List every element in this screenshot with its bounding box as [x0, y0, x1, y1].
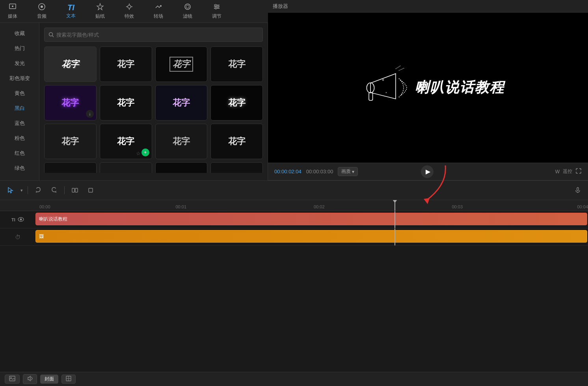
toolbar-filter[interactable]: 滤镜 — [179, 3, 196, 20]
ruler-mark-2: 00:02 — [314, 204, 325, 209]
toolbar-effects[interactable]: 特效 — [121, 3, 138, 20]
style-card-4[interactable]: 花字 — [210, 46, 263, 82]
content-panel: 花字 花字 花字 花字 花字 ↓ 花字 花字 花字 花字 花字 — [39, 23, 268, 180]
svg-point-9 — [185, 4, 190, 9]
playhead-track-2 — [394, 228, 395, 245]
category-hot[interactable]: 热门 — [0, 41, 39, 56]
toolbar-media[interactable]: 媒体 — [4, 3, 21, 20]
card-add-10[interactable]: + — [141, 148, 149, 156]
toolbar-transition[interactable]: 转场 — [150, 3, 167, 20]
style-card-6[interactable]: 花字 — [100, 85, 152, 121]
select-tool[interactable] — [5, 185, 16, 196]
fullscreen-icon — [575, 168, 582, 174]
filter-label: 滤镜 — [183, 13, 192, 20]
mic-btn[interactable] — [572, 185, 583, 196]
style-card-7[interactable]: 花字 — [155, 85, 208, 121]
time-current: 00:00:02:04 — [274, 169, 301, 174]
crop-icon — [87, 187, 94, 194]
card-text-10: 花字 — [117, 135, 134, 147]
media-clip[interactable]: 🖼 — [35, 230, 587, 243]
style-card-9[interactable]: 花字 — [44, 124, 97, 159]
crop-btn[interactable] — [85, 185, 96, 196]
style-card-16[interactable]: ░░░░ — [210, 162, 263, 173]
cover-btn[interactable]: 封面 — [40, 375, 58, 384]
track-row-text: TI 喇叭说话教程 — [0, 211, 588, 228]
effects-icon — [125, 3, 133, 12]
bottom-image-btn[interactable] — [5, 375, 20, 384]
sticker-label: 贴纸 — [95, 13, 105, 20]
redo-btn[interactable] — [48, 185, 60, 196]
text-track-label-ti: TI — [11, 217, 15, 222]
search-input[interactable] — [56, 32, 259, 38]
caption-btn[interactable]: 遥控 — [563, 168, 572, 175]
style-card-8[interactable]: 花字 — [210, 85, 263, 121]
media-clip-icon: 🖼 — [39, 234, 44, 239]
style-card-10[interactable]: 花字 ☆ + — [100, 124, 152, 159]
fullscreen-btn[interactable] — [575, 168, 582, 175]
category-yellow[interactable]: 黄色 — [0, 86, 39, 101]
category-blackwhite[interactable]: 黑白 — [0, 101, 39, 116]
svg-point-22 — [385, 92, 387, 93]
svg-point-15 — [217, 6, 219, 7]
media-label: 媒体 — [8, 13, 17, 20]
playhead[interactable] — [394, 200, 395, 211]
bottom-bar: 封面 — [0, 372, 588, 386]
card-text-9: 花字 — [61, 135, 79, 147]
play-icon: ▶ — [426, 168, 430, 175]
style-card-3[interactable]: 花字 — [155, 46, 208, 82]
track-area-text: 喇叭说话教程 — [35, 211, 588, 228]
playhead-track-1 — [394, 211, 395, 228]
media-track-clock-icon: ⏱ — [15, 234, 20, 240]
bottom-audio-btn[interactable] — [23, 374, 37, 384]
card-text-7: 花字 — [173, 97, 190, 109]
style-card-2[interactable]: 花字 — [100, 46, 152, 82]
style-card-15[interactable]: ▒▒▒▒ — [155, 162, 208, 173]
toolbar-text[interactable]: TI 文本 — [62, 4, 80, 19]
quality-button[interactable]: 画质 ▾ — [338, 167, 358, 176]
search-bar[interactable] — [44, 28, 263, 42]
transition-icon — [154, 3, 162, 12]
text-track-eye-icon[interactable] — [18, 217, 24, 223]
track-controls-text: TI — [0, 217, 35, 223]
category-pink[interactable]: 粉色 — [0, 131, 39, 146]
effects-label: 特效 — [125, 13, 134, 20]
toolbar-audio[interactable]: 音频 — [33, 3, 50, 20]
category-favorites[interactable]: 收藏 — [0, 26, 39, 41]
card-text-12: 花字 — [228, 135, 246, 147]
quality-label: 画质 — [341, 168, 351, 175]
ruler-mark-4: 00:04 — [577, 204, 588, 209]
style-card-12[interactable]: 花字 — [210, 124, 263, 159]
grid-btn[interactable] — [61, 375, 76, 384]
style-card-14[interactable]: ▓▓▓▓ — [100, 162, 152, 173]
audio-icon — [38, 3, 46, 12]
category-red[interactable]: 红色 — [0, 146, 39, 161]
preview-title: 播放器 — [273, 3, 288, 10]
transition-label: 转场 — [154, 13, 163, 20]
play-button[interactable]: ▶ — [421, 165, 434, 178]
adjust-icon — [213, 3, 221, 12]
split-btn[interactable] — [69, 185, 80, 196]
waveform-btn[interactable]: W — [555, 169, 560, 174]
category-green[interactable]: 绿色 — [0, 161, 39, 176]
style-card-1[interactable]: 花字 — [44, 46, 97, 82]
style-card-5[interactable]: 花字 ↓ — [44, 85, 97, 121]
select-dropdown[interactable]: ▾ — [20, 188, 23, 193]
style-card-13[interactable]: 〰花字〰 — [44, 162, 97, 173]
track-row-media: ⏱ 🖼 — [0, 228, 588, 246]
mic-icon — [574, 187, 581, 194]
toolbar-sticker[interactable]: 贴纸 — [91, 3, 109, 20]
preview-canvas: 喇叭说话教程 — [268, 13, 588, 163]
category-blue[interactable]: 蓝色 — [0, 116, 39, 131]
filter-icon — [184, 3, 192, 12]
select-icon — [7, 187, 14, 194]
category-colorful[interactable]: 彩色渐变 — [0, 71, 39, 86]
svg-point-17 — [49, 33, 53, 36]
text-clip[interactable]: 喇叭说话教程 — [35, 213, 587, 225]
svg-rect-29 — [577, 187, 579, 191]
category-glow[interactable]: 发光 — [0, 56, 39, 71]
undo-btn[interactable] — [33, 185, 44, 196]
toolbar-adjust[interactable]: 调节 — [208, 3, 225, 20]
card-text-1: 花字 — [61, 58, 79, 70]
svg-line-18 — [52, 36, 54, 37]
style-card-11[interactable]: 花字 — [155, 124, 208, 159]
